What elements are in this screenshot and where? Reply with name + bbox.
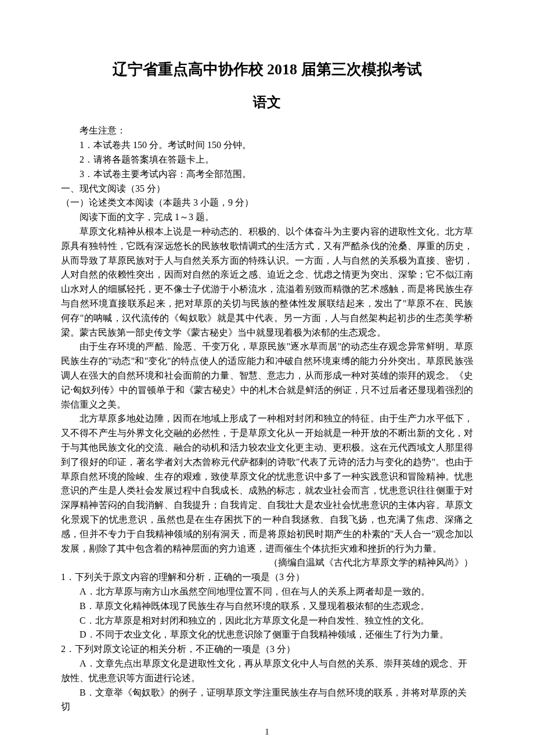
section-heading: 一、现代文阅读（35 分） bbox=[61, 182, 473, 196]
notice-item-2: 2．请将各题答案填在答题卡上。 bbox=[61, 153, 473, 167]
question-2-option-a: A．文章先点出草原文化是进取性文化，再从草原文化中人与自然的关系、崇拜英雄的观念… bbox=[61, 657, 473, 686]
passage-paragraph-1: 草原文化精神从根本上说是一种动态的、积极的、以个体奋斗为主要内容的进取性文化。北… bbox=[61, 225, 473, 340]
reading-instruction: 阅读下面的文字，完成 1～3 题。 bbox=[61, 210, 473, 225]
question-1-option-d: D．不同于农业文化，草原文化的忧患意识除了侧重于自我精神领域，还催生了行为力量。 bbox=[61, 628, 473, 642]
exam-title-main: 辽宁省重点高中协作校 2018 届第三次模拟考试 bbox=[61, 58, 473, 81]
question-1-stem: 1．下列关于原文内容的理解和分析，正确的一项是（3 分） bbox=[61, 570, 473, 585]
passage-paragraph-2: 由于生存环境的严酷、险恶、千变万化，草原民族"逐水草而居"的动态生存观念异常鲜明… bbox=[61, 340, 473, 412]
passage-paragraph-3: 北方草原多地处边陲，因而在地域上形成了一种相对封闭和独立的特征。由于生产力水平低… bbox=[61, 412, 473, 556]
notice-label: 考生注意： bbox=[61, 124, 473, 138]
exam-title-subject: 语文 bbox=[61, 92, 473, 113]
passage-citation: （摘编自温斌《古代北方草原文学的精神风尚》） bbox=[61, 556, 473, 570]
question-1-option-c: C．北方草原是相对封闭和独立的，因此北方草原文化是一种自发性、独立性的文化。 bbox=[61, 614, 473, 628]
question-2-stem: 2．下列对原文论证的相关分析，不正确的一项是（3 分） bbox=[61, 642, 473, 657]
question-1-option-a: A．北方草原与南方山水虽然空间地理位置不同，但在与人的关系上两者却是一致的。 bbox=[61, 585, 473, 599]
notice-item-3: 3．本试卷主要考试内容：高考全部范围。 bbox=[61, 167, 473, 182]
page-number: 1 bbox=[0, 725, 534, 739]
question-1-option-b: B．草原文化精神既体现了民族生存与自然环境的联系，又显现着极浓郁的生态观念。 bbox=[61, 599, 473, 614]
subsection-heading: （一）论述类文本阅读（本题共 3 小题，9 分） bbox=[61, 196, 473, 210]
question-2-option-b: B．文章举《匈奴歌》的例子，证明草原文学注重民族生存与自然环境的联系，并将对草原… bbox=[61, 686, 473, 715]
notice-item-1: 1．本试卷共 150 分。考试时间 150 分钟。 bbox=[61, 138, 473, 153]
